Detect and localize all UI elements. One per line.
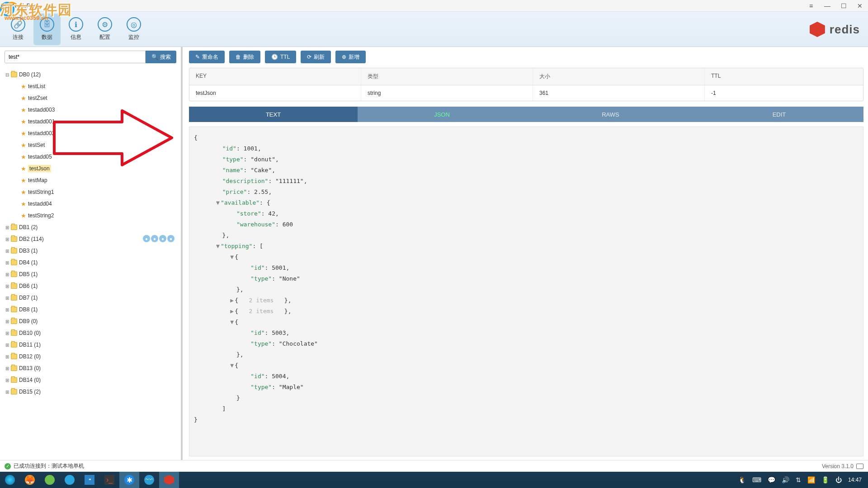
tray-wifi-icon[interactable]: 📶 — [807, 476, 815, 483]
tree-db-10[interactable]: ⊞DB10 (0) — [3, 327, 178, 339]
tree-db-14[interactable]: ⊞DB14 (0) — [3, 374, 178, 386]
add-button[interactable]: ⊕新增 — [335, 51, 366, 63]
toolbar-connect-label: 连接 — [13, 33, 24, 41]
db-action-icon[interactable]: ● — [151, 235, 158, 242]
tray-net-icon[interactable]: ⇅ — [796, 476, 801, 483]
taskbar-redisplus[interactable] — [159, 472, 179, 488]
tree-key-testadd04[interactable]: ★testadd04 — [3, 198, 178, 210]
search-button[interactable]: 🔍 搜索 — [146, 51, 176, 63]
tree-db-5[interactable]: ⊞DB5 (1) — [3, 268, 178, 280]
magnifier-icon: 🔍 — [151, 54, 158, 60]
json-line: "warehouse": 600 — [194, 219, 859, 230]
key-tree[interactable]: ⊟DB0 (12)★testList★testZset★testadd003★t… — [0, 67, 181, 460]
value-key: testJson — [189, 85, 361, 101]
tray-wechat-icon[interactable]: 💬 — [768, 476, 775, 483]
taskbar-terminal[interactable]: ›_ — [99, 472, 119, 488]
tree-key-testSet[interactable]: ★testSet — [3, 139, 178, 151]
db-action-icon[interactable]: ● — [159, 235, 166, 242]
toolbar-connect[interactable]: 🔗 连接 — [5, 14, 32, 45]
tab-json[interactable]: JSON — [358, 107, 526, 122]
taskbar-launcher[interactable] — [0, 472, 20, 488]
header-key: KEY — [189, 68, 361, 85]
close-button[interactable]: ✕ — [852, 0, 868, 12]
maximize-button[interactable]: ☐ — [835, 0, 852, 12]
rename-button[interactable]: ✎重命名 — [189, 51, 225, 63]
green-app-icon — [45, 475, 55, 485]
tab-edit[interactable]: EDIT — [695, 107, 863, 122]
tab-text[interactable]: TEXT — [189, 107, 358, 122]
status-ok-icon: ✓ — [5, 463, 11, 469]
star-icon: ★ — [21, 118, 26, 125]
tree-db-4[interactable]: ⊞DB4 (1) — [3, 257, 178, 268]
db-action-icon[interactable]: ● — [167, 235, 175, 242]
tree-db-1[interactable]: ⊞DB1 (2) — [3, 221, 178, 233]
tree-key-testList[interactable]: ★testList — [3, 80, 178, 92]
db-action-icon[interactable]: ● — [143, 235, 150, 242]
tray-icon-1[interactable]: 🐧 — [738, 476, 746, 483]
json-line: "id": 5004, — [194, 371, 859, 382]
tray-battery-icon[interactable]: 🔋 — [821, 476, 829, 483]
tree-db-11[interactable]: ⊞DB11 (1) — [3, 339, 178, 351]
tree-key-testadd003[interactable]: ★testadd003 — [3, 104, 178, 116]
value-size: 361 — [533, 85, 705, 101]
json-line: ▼{ — [194, 252, 859, 263]
taskbar-firefox[interactable]: 🦊 — [20, 472, 40, 488]
star-icon: ★ — [21, 212, 26, 219]
tab-raws[interactable]: RAWS — [526, 107, 695, 122]
sidebar: 🔍 搜索 ⊟DB0 (12)★testList★testZset★testadd… — [0, 47, 183, 460]
tree-key-testadd001[interactable]: ★testadd001 — [3, 116, 178, 127]
tree-db-2[interactable]: ⊞DB2 (114)●●●● — [3, 233, 178, 245]
tree-key-testMap[interactable]: ★testMap — [3, 174, 178, 186]
tray-volume-icon[interactable]: 🔊 — [782, 476, 789, 483]
taskbar-app5[interactable]: ❝ — [80, 472, 99, 488]
toolbar-monitor[interactable]: ◎ 监控 — [120, 14, 147, 45]
taskbar-app8[interactable]: 〰 — [139, 472, 159, 488]
tree-db-3[interactable]: ⊞DB3 (1) — [3, 245, 178, 257]
taskbar-app7[interactable]: ✱ — [119, 472, 139, 488]
toolbar-data[interactable]: 🗄 数据 — [33, 14, 61, 45]
refresh-button[interactable]: ⟳刷新 — [301, 51, 331, 63]
taskbar-clock[interactable]: 14:47 — [848, 477, 862, 483]
star-icon: ★ — [21, 201, 26, 207]
tree-key-testadd05[interactable]: ★testadd05 — [3, 151, 178, 163]
os-taskbar: 🦊 ❝ ›_ ✱ 〰 🐧 ⌨ 💬 🔊 ⇅ 📶 🔋 ⏻ 14:47 — [0, 472, 868, 488]
display-icon[interactable] — [856, 464, 863, 469]
tray-keyboard-icon[interactable]: ⌨ — [752, 476, 761, 483]
taskbar-app3[interactable] — [40, 472, 60, 488]
toolbar-monitor-label: 监控 — [128, 33, 139, 41]
minimize-button[interactable]: — — [819, 0, 835, 12]
tree-key-testadd002[interactable]: ★testadd002 — [3, 127, 178, 139]
refresh-icon: ⟳ — [307, 54, 311, 60]
tree-db-15[interactable]: ⊞DB15 (2) — [3, 386, 178, 398]
tree-db-6[interactable]: ⊞DB6 (1) — [3, 280, 178, 292]
tree-key-testString1[interactable]: ★testString1 — [3, 186, 178, 198]
json-line: "store": 42, — [194, 208, 859, 219]
hamburger-icon[interactable]: ≡ — [803, 0, 819, 12]
status-bar: ✓ 已成功连接到：测试本地单机 Version 3.1.0 — [0, 460, 868, 472]
toolbar-info[interactable]: ℹ 信息 — [62, 14, 90, 45]
json-line: "id": 5003, — [194, 328, 859, 338]
tree-db-7[interactable]: ⊞DB7 (1) — [3, 292, 178, 304]
json-line: ▼{ — [194, 360, 859, 371]
tree-db0[interactable]: ⊟DB0 (12) — [3, 69, 178, 80]
delete-button[interactable]: 🗑删除 — [229, 51, 260, 63]
tree-db-8[interactable]: ⊞DB8 (1) — [3, 304, 178, 315]
tree-db-9[interactable]: ⊞DB9 (0) — [3, 315, 178, 327]
plus-icon: ⊕ — [342, 54, 346, 60]
json-viewer[interactable]: { "id": 1001, "type": "donut", "name": "… — [189, 127, 863, 456]
window-titlebar: RedisPlus ≡ — ☐ ✕ — [0, 0, 868, 12]
toolbar-config[interactable]: ⚙ 配置 — [91, 14, 118, 45]
tree-key-testZset[interactable]: ★testZset — [3, 92, 178, 104]
terminal-icon: ›_ — [104, 475, 114, 485]
search-row: 🔍 搜索 — [0, 47, 181, 67]
tree-db-12[interactable]: ⊞DB12 (0) — [3, 351, 178, 362]
tray-power-icon[interactable]: ⏻ — [835, 476, 842, 483]
quote-icon: ❝ — [85, 475, 94, 485]
tree-key-testString2[interactable]: ★testString2 — [3, 210, 178, 221]
taskbar-app4[interactable] — [60, 472, 80, 488]
search-input[interactable] — [5, 51, 146, 63]
tree-key-testJson[interactable]: ★testJson — [3, 163, 178, 174]
json-line: "description": "111111", — [194, 176, 859, 187]
tree-db-13[interactable]: ⊞DB13 (0) — [3, 362, 178, 374]
ttl-button[interactable]: 🕒TTL — [265, 51, 296, 63]
